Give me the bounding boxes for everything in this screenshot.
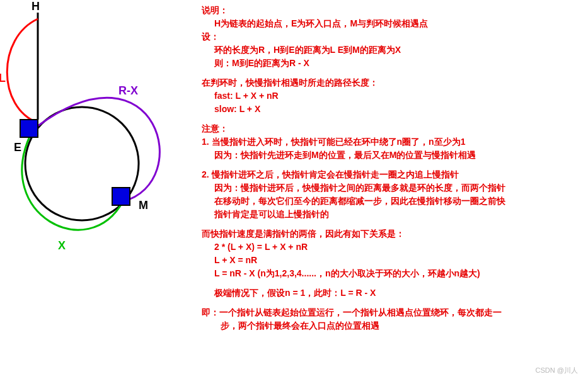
heading-let: 设：	[202, 30, 580, 43]
note-2-reason-3: 指针肯定是可以追上慢指针的	[202, 208, 580, 221]
conclusion-2: 步，两个指针最终会在入口点的位置相遇	[202, 319, 580, 332]
eq-3: L = nR - X (n为1,2,3,4......，n的大小取决于环的大小，…	[202, 267, 580, 280]
line-defs-2: 环的长度为R，H到E的距离为L E到M的距离为X	[202, 43, 580, 57]
note-2-reason-2: 在移动时，每次它们至今的距离都缩减一步，因此在慢指针移动一圈之前快	[202, 195, 580, 208]
label-M: M	[139, 199, 148, 212]
line-defs-1: H为链表的起始点，E为环入口点，M与判环时候相遇点	[202, 17, 580, 30]
arc-X	[22, 135, 123, 230]
label-R-X: R-X	[118, 84, 138, 97]
node-E	[20, 120, 38, 137]
note-1-reason: 因为：快指针先进环走到M的位置，最后又在M的位置与慢指针相遇	[202, 149, 580, 162]
extreme-case: 极端情况下，假设n = 1，此时：L = R - X	[202, 286, 580, 300]
line-fast: fast: L + X + nR	[202, 89, 580, 103]
arc-R-minus-X	[38, 98, 159, 201]
eq-1: 2 * (L + X) = L + X + nR	[202, 240, 580, 254]
note-2-reason-1: 因为：慢指针进环后，快慢指针之间的距离最多就是环的长度，而两个指针	[202, 181, 580, 195]
linked-list-cycle-diagram: H E M L X R-X	[0, 0, 189, 264]
note-2: 2. 慢指针进环之后，快指针肯定会在慢指针走一圈之内追上慢指针	[202, 168, 580, 181]
line-defs-3: 则：M到E的距离为R - X	[202, 57, 580, 70]
page-root: H E M L X R-X 说明： H为链表的起始点，E为环入口点，M与判环时候…	[0, 0, 588, 379]
label-E: E	[14, 141, 21, 154]
diagram-svg: H E M L X R-X	[0, 0, 189, 264]
label-H: H	[32, 0, 40, 13]
line-slow: slow: L + X	[202, 103, 580, 116]
note-1: 1. 当慢指针进入环时，快指针可能已经在环中绕了n圈了，n至少为1	[202, 135, 580, 149]
label-L: L	[0, 72, 6, 84]
heading-paths: 在判环时，快慢指针相遇时所走的路径长度：	[202, 76, 580, 89]
arc-L	[7, 19, 38, 123]
conclusion-1: 即：一个指针从链表起始位置运行，一个指针从相遇点位置绕环，每次都走一	[202, 306, 580, 319]
node-M	[112, 188, 130, 205]
explanation-text: 说明： H为链表的起始点，E为环入口点，M与判环时候相遇点 设： 环的长度为R，…	[202, 4, 580, 332]
heading-explain: 说明：	[202, 4, 580, 17]
heading-note: 注意：	[202, 122, 580, 135]
eq-2: L + X = nR	[202, 254, 580, 267]
heading-relation: 而快指针速度是满指针的两倍，因此有如下关系是：	[202, 227, 580, 240]
label-X: X	[58, 239, 66, 252]
watermark: CSDN @川人	[536, 366, 578, 375]
